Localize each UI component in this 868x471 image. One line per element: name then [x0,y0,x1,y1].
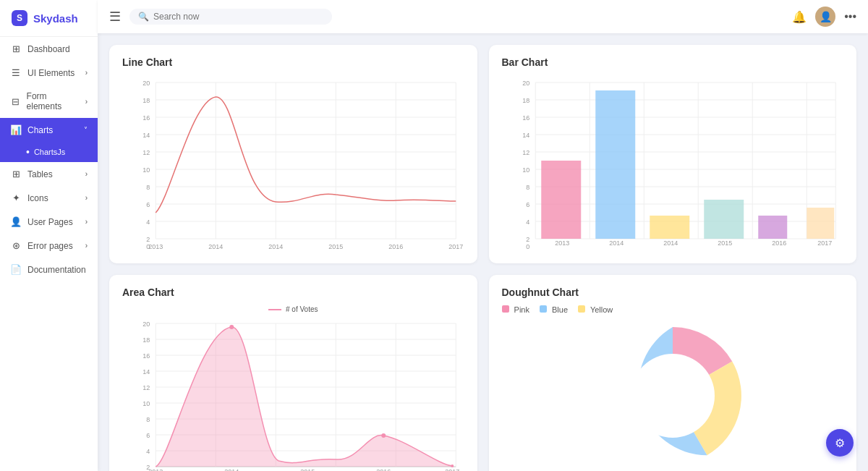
svg-text:6: 6 [146,432,150,439]
svg-text:14: 14 [142,368,150,375]
sidebar: S Skydash ⊞ Dashboard ☰ UI Elements › ⊟ … [0,0,98,471]
doughnut-chart-card: Doughnut Chart Pink Blue Yellow [489,275,857,471]
area-chart-legend: # of Votes [122,305,464,313]
main-content: Line Chart 20 18 16 14 12 [98,33,868,471]
sidebar-label-dashboard: Dashboard [27,44,70,54]
bar-chart-title: Bar Chart [502,56,844,68]
app-name: Skydash [33,12,78,25]
tables-icon: ⊞ [10,169,22,179]
ui-elements-icon: ☰ [10,67,22,78]
area-chart-title: Area Chart [122,287,464,298]
legend-dot-pink [502,305,509,313]
search-icon: 🔍 [138,12,149,22]
svg-text:2017: 2017 [817,239,832,247]
svg-text:2013: 2013 [555,239,569,247]
sidebar-sub-label-chartsjs: ChartsJs [34,148,65,156]
svg-text:2014: 2014 [268,243,283,250]
sidebar-item-error-pages[interactable]: ⊛ Error pages › [0,234,98,258]
svg-text:2016: 2016 [388,243,403,250]
sidebar-logo[interactable]: S Skydash [0,0,98,37]
svg-text:4: 4 [526,218,529,226]
svg-text:18: 18 [522,97,529,104]
doughnut-legend: Pink Blue Yellow [502,305,844,314]
doughnut-svg-container [502,320,844,471]
gear-icon: ⚙ [835,436,845,450]
sidebar-item-icons[interactable]: ✦ Icons › [0,186,98,210]
chevron-icon: › [85,69,88,77]
svg-rect-69 [650,216,689,239]
svg-text:2015: 2015 [300,468,315,471]
legend-dot-yellow [578,305,585,313]
sidebar-item-form-elements[interactable]: ⊟ Form elements › [0,85,98,118]
doughnut-svg [593,316,752,471]
search-input[interactable] [153,12,323,22]
svg-text:2013: 2013 [148,243,163,250]
svg-text:2014: 2014 [663,239,678,247]
sidebar-item-dashboard[interactable]: ⊞ Dashboard [0,37,98,61]
svg-text:2014: 2014 [224,468,239,471]
sidebar-label-icons: Icons [27,193,48,203]
chevron-icon-tables: › [85,170,88,178]
svg-text:10: 10 [142,400,150,407]
svg-text:8: 8 [146,416,150,423]
area-chart-svg: 20 18 16 14 12 10 8 6 4 2 2013 2014 2015… [122,316,464,471]
area-legend-label: # of Votes [286,305,318,313]
chevron-icon-charts: ˅ [84,126,88,134]
legend-line [268,309,281,310]
svg-text:4: 4 [146,218,150,226]
svg-text:2014: 2014 [208,243,223,250]
bar-chart-card: Bar Chart 20 18 16 14 12 1 [489,45,857,263]
svg-text:2: 2 [526,236,529,243]
svg-text:20: 20 [142,80,150,87]
svg-text:2015: 2015 [328,243,343,250]
sidebar-item-ui-elements[interactable]: ☰ UI Elements › [0,61,98,85]
logo-icon: S [12,10,27,26]
sidebar-label-charts: Charts [27,125,53,135]
sidebar-sub-chartsjs[interactable]: ChartsJs [0,142,98,162]
doughnut-chart-title: Doughnut Chart [502,287,844,298]
sidebar-label-form: Form elements [27,91,80,111]
menu-icon[interactable]: ☰ [109,9,121,25]
sidebar-item-tables[interactable]: ⊞ Tables › [0,162,98,186]
svg-text:2016: 2016 [772,239,786,247]
svg-text:16: 16 [142,114,150,122]
line-chart-card: Line Chart 20 18 16 14 12 [109,45,477,263]
icons-icon: ✦ [10,192,22,203]
legend-item-pink: Pink [502,305,529,314]
svg-rect-70 [704,200,744,239]
avatar[interactable]: 👤 [815,7,835,27]
svg-text:16: 16 [522,114,529,122]
svg-text:2: 2 [146,236,150,243]
legend-item-blue: Blue [540,305,568,314]
chevron-icon-form: › [85,98,88,106]
svg-text:2016: 2016 [376,468,391,471]
sidebar-item-user-pages[interactable]: 👤 User Pages › [0,210,98,234]
svg-text:2014: 2014 [609,239,624,247]
svg-text:16: 16 [142,352,150,360]
svg-text:2015: 2015 [718,239,732,247]
sidebar-item-documentation[interactable]: 📄 Documentation [0,258,98,281]
bar-chart-svg: 20 18 16 14 12 10 8 6 4 2 0 2013 2014 20… [502,75,844,249]
svg-point-108 [631,354,715,438]
settings-fab[interactable]: ⚙ [826,429,854,457]
bell-icon[interactable]: 🔔 [792,10,807,24]
sidebar-item-charts[interactable]: 📊 Charts ˅ [0,118,98,142]
more-icon[interactable]: ••• [844,10,856,23]
svg-rect-68 [595,90,635,239]
legend-label-blue: Blue [552,305,568,314]
svg-text:8: 8 [526,184,529,191]
sidebar-label-user-pages: User Pages [27,217,73,227]
search-box[interactable]: 🔍 [129,9,332,25]
docs-icon: 📄 [10,264,22,275]
svg-text:4: 4 [146,448,150,455]
svg-text:10: 10 [522,166,529,174]
user-pages-icon: 👤 [10,216,22,227]
chevron-icon-user: › [85,218,88,226]
svg-text:14: 14 [522,132,529,139]
svg-text:20: 20 [522,80,529,87]
svg-text:6: 6 [146,201,150,208]
topnav: ☰ 🔍 🔔 👤 ••• [98,0,868,33]
error-pages-icon: ⊛ [10,240,22,251]
dashboard-icon: ⊞ [10,43,22,54]
svg-text:2017: 2017 [448,243,463,250]
